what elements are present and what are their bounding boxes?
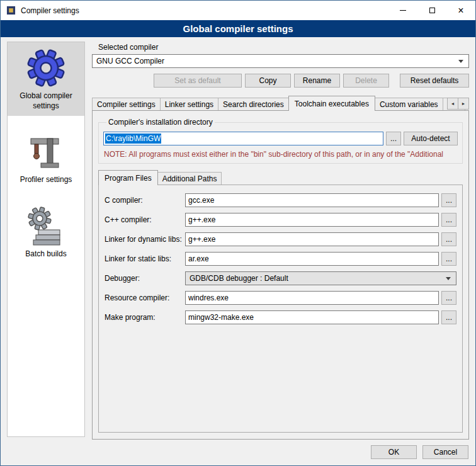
- compiler-combobox-value: GNU GCC Compiler: [96, 57, 458, 65]
- form-row: Make program: ...: [105, 310, 456, 324]
- toolchain-executables-panel: Compiler's installation directory C:\ray…: [92, 110, 469, 440]
- dynamic-linker-label: Linker for dynamic libs:: [105, 235, 185, 244]
- cpp-compiler-browse-button[interactable]: ...: [441, 213, 456, 227]
- cancel-button[interactable]: Cancel: [422, 445, 468, 459]
- static-linker-label: Linker for static libs:: [105, 254, 185, 263]
- cpp-compiler-label: C++ compiler:: [105, 215, 185, 224]
- tab-scroll-right-button[interactable]: ►: [458, 98, 469, 110]
- resource-compiler-browse-button[interactable]: ...: [441, 291, 456, 305]
- maximize-icon: [429, 8, 435, 13]
- debugger-label: Debugger:: [105, 274, 185, 283]
- delete-button: Delete: [343, 74, 389, 88]
- tab-scroll-left-button[interactable]: ◄: [447, 98, 458, 110]
- window-title: Compiler settings: [21, 6, 79, 15]
- minimize-button[interactable]: [388, 1, 417, 20]
- chevron-down-icon: [446, 277, 451, 280]
- static-linker-input[interactable]: [185, 252, 439, 266]
- sidebar-item-label: Batch builds: [25, 249, 66, 259]
- bin-subdirectory-note: NOTE: All programs must exist either in …: [104, 150, 457, 159]
- titlebar: Compiler settings ×: [1, 1, 475, 20]
- dynamic-linker-input[interactable]: [185, 232, 439, 246]
- arrow-left-icon: ◄: [451, 101, 455, 106]
- caption-buttons: ×: [388, 1, 475, 20]
- program-files-panel: C compiler: ... C++ compiler: ... Linker…: [98, 185, 463, 433]
- gear-icon: [26, 48, 66, 88]
- installation-directory-group: Compiler's installation directory C:\ray…: [98, 118, 463, 164]
- close-button[interactable]: ×: [446, 1, 475, 20]
- resource-compiler-input[interactable]: [185, 291, 439, 305]
- tab-linker-settings[interactable]: Linker settings: [160, 98, 218, 110]
- program-files-tabstrip: Program Files Additional Paths: [98, 170, 463, 185]
- settings-tabstrip: Compiler settings Linker settings Search…: [92, 96, 469, 110]
- sidebar-item-profiler-settings[interactable]: Profiler settings: [8, 126, 84, 190]
- c-compiler-browse-button[interactable]: ...: [441, 193, 456, 207]
- form-row: Debugger: GDB/CDB debugger : Default: [105, 271, 456, 285]
- set-as-default-button: Set as default: [154, 74, 242, 88]
- window-icon: [6, 6, 16, 15]
- installation-directory-label: Compiler's installation directory: [106, 118, 215, 127]
- tab-toolchain-executables[interactable]: Toolchain executables: [288, 96, 375, 111]
- form-row: C++ compiler: ...: [105, 213, 456, 227]
- make-program-label: Make program:: [105, 313, 185, 322]
- form-row: C compiler: ...: [105, 193, 456, 207]
- rename-button[interactable]: Rename: [294, 74, 340, 88]
- c-compiler-label: C compiler:: [105, 196, 185, 205]
- sidebar-item-global-compiler-settings[interactable]: Global compiler settings: [8, 42, 84, 116]
- sidebar-item-label: Global compiler settings: [9, 91, 83, 111]
- copy-button[interactable]: Copy: [245, 74, 291, 88]
- tab-search-directories[interactable]: Search directories: [218, 98, 289, 110]
- sidebar-item-batch-builds[interactable]: Batch builds: [8, 200, 84, 264]
- make-program-input[interactable]: [185, 310, 439, 324]
- form-row: Linker for static libs: ...: [105, 252, 456, 266]
- auto-detect-button[interactable]: Auto-detect: [404, 132, 458, 145]
- debugger-combobox-value: GDB/CDB debugger : Default: [190, 274, 446, 283]
- chevron-down-icon: [458, 60, 463, 63]
- dialog-footer: OK Cancel: [1, 440, 475, 465]
- maximize-button[interactable]: [417, 1, 446, 20]
- subtab-program-files[interactable]: Program Files: [98, 170, 158, 185]
- reset-defaults-button[interactable]: Reset defaults: [400, 74, 469, 88]
- close-icon: ×: [458, 6, 463, 16]
- form-row: Linker for dynamic libs: ...: [105, 232, 456, 246]
- tab-custom-variables[interactable]: Custom variables: [375, 98, 443, 110]
- make-program-browse-button[interactable]: ...: [441, 310, 456, 324]
- selected-text: C:\raylib\MinGW: [105, 134, 161, 144]
- installation-directory-input[interactable]: C:\raylib\MinGW: [103, 132, 383, 145]
- browse-directory-button[interactable]: ...: [386, 132, 401, 145]
- cpp-compiler-input[interactable]: [185, 213, 439, 227]
- compiler-combobox[interactable]: GNU GCC Compiler: [92, 54, 469, 68]
- resource-compiler-label: Resource compiler:: [105, 293, 185, 302]
- selected-compiler-label: Selected compiler: [98, 43, 469, 52]
- profiler-clamp-icon: [26, 132, 66, 172]
- debugger-combobox[interactable]: GDB/CDB debugger : Default: [185, 271, 456, 285]
- installation-directory-row: C:\raylib\MinGW ... Auto-detect: [103, 132, 458, 145]
- main-panel: Selected compiler GNU GCC Compiler Set a…: [92, 42, 469, 440]
- batch-builds-icon: [26, 206, 66, 246]
- sidebar-item-label: Profiler settings: [20, 175, 72, 185]
- static-linker-browse-button[interactable]: ...: [441, 252, 456, 266]
- tab-compiler-settings[interactable]: Compiler settings: [92, 98, 161, 110]
- subtab-additional-paths[interactable]: Additional Paths: [157, 172, 222, 185]
- page-title: Global compiler settings: [1, 20, 475, 37]
- c-compiler-input[interactable]: [185, 193, 439, 207]
- form-row: Resource compiler: ...: [105, 291, 456, 305]
- dialog-body: Global compiler settings Profiler settin…: [1, 37, 475, 440]
- dynamic-linker-browse-button[interactable]: ...: [441, 232, 456, 246]
- compiler-actions: Set as default Copy Rename Delete Reset …: [92, 74, 469, 88]
- compiler-settings-window: Compiler settings × Global compiler sett…: [0, 0, 476, 466]
- tab-scroll-buttons: ◄ ►: [448, 98, 469, 110]
- minimize-icon: [400, 10, 406, 11]
- arrow-right-icon: ►: [462, 101, 466, 106]
- settings-sidebar: Global compiler settings Profiler settin…: [7, 42, 85, 437]
- ok-button[interactable]: OK: [371, 445, 417, 459]
